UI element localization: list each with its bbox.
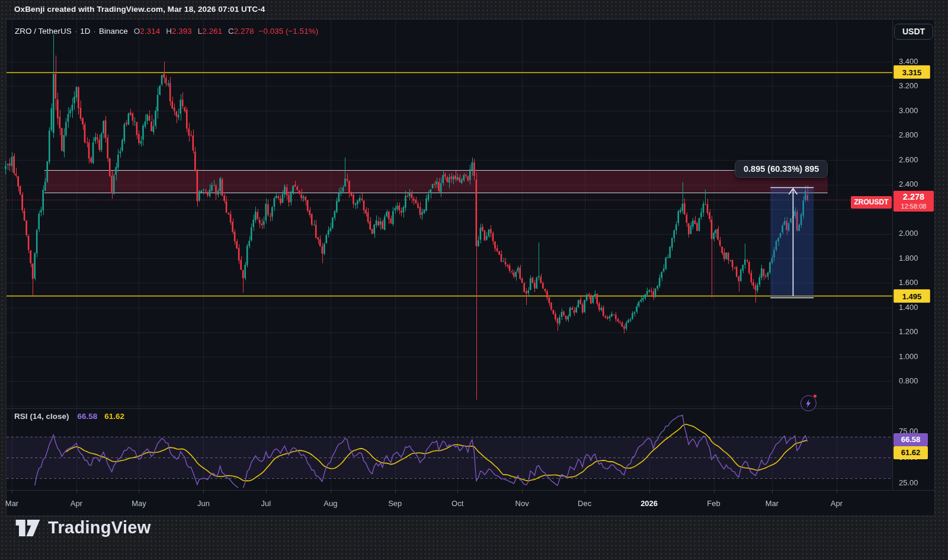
price-level-tag-upper[interactable]: 3.315 — [893, 65, 930, 79]
measure-tool-label[interactable]: 0.895 (60.33%) 895 — [735, 160, 828, 178]
last-price-tag: 2.278 12:58:08 — [893, 191, 934, 212]
attribution-text: OxBenji created with TradingView.com, Ma… — [14, 5, 265, 14]
open-value: 2.314 — [140, 27, 160, 36]
change-value: −0.035 (−1.51%) — [259, 27, 319, 36]
separator-dot: · — [91, 27, 100, 36]
high-value: 2.393 — [172, 27, 192, 36]
tradingview-logo-text: TradingView — [48, 518, 151, 537]
tradingview-logo[interactable]: TradingView — [15, 518, 151, 537]
notification-dot — [812, 393, 818, 399]
low-value: 2.261 — [202, 27, 222, 36]
symbol-price-tag: ZROUSDT — [851, 196, 892, 209]
rsi-value: 66.58 — [78, 412, 98, 421]
rsi-legend[interactable]: RSI(14, close)66.5861.62 — [14, 412, 124, 421]
quick-action-button[interactable] — [800, 395, 816, 411]
rsi-ma-value: 61.62 — [104, 412, 124, 421]
timeframe-label[interactable]: 1D — [80, 27, 90, 36]
close-label: C — [228, 27, 234, 36]
symbol-title[interactable]: ZRO / TetherUS — [15, 27, 72, 36]
symbol-header: ZRO / TetherUS·1D·BinanceO2.314H2.393L2.… — [15, 27, 318, 36]
exchange-label: Binance — [99, 27, 128, 36]
bar-countdown: 12:58:08 — [893, 203, 934, 210]
rsi-ma-price-tag: 61.62 — [893, 446, 928, 459]
rsi-price-tag: 66.58 — [893, 433, 928, 446]
rsi-title: RSI — [14, 412, 28, 421]
close-value: 2.278 — [234, 27, 254, 36]
lightning-bolt-icon — [803, 398, 814, 409]
price-level-tag-lower[interactable]: 1.495 — [893, 289, 930, 303]
open-label: O — [134, 27, 140, 36]
chart-canvas[interactable] — [0, 0, 948, 560]
last-price-value: 2.278 — [893, 191, 934, 203]
separator-dot: · — [72, 27, 81, 36]
high-label: H — [166, 27, 172, 36]
tradingview-mark-icon — [15, 519, 40, 537]
rsi-params: (14, close) — [30, 412, 69, 421]
currency-toggle-button[interactable]: USDT — [894, 24, 933, 40]
